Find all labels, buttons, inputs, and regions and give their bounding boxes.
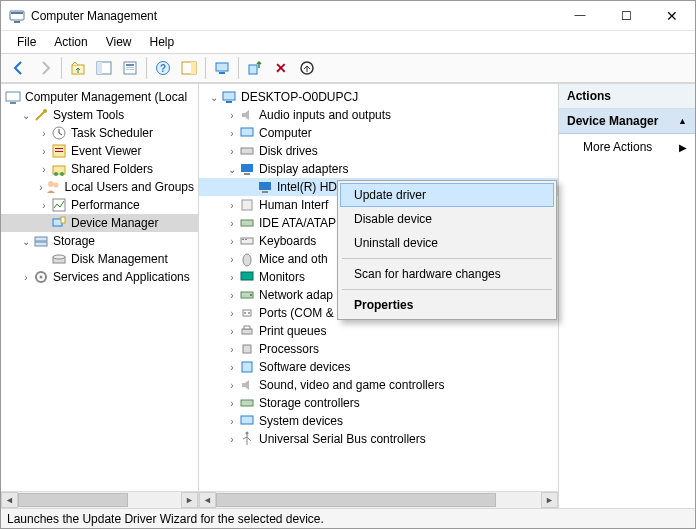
expand-icon[interactable]: › bbox=[225, 236, 239, 247]
tree-system-tools[interactable]: ⌄ System Tools bbox=[1, 106, 198, 124]
expand-icon[interactable]: › bbox=[225, 128, 239, 139]
svg-rect-53 bbox=[241, 272, 253, 280]
show-hide-console-tree-button[interactable] bbox=[92, 56, 116, 80]
left-horizontal-scrollbar[interactable]: ◄ ► bbox=[1, 491, 198, 508]
expand-icon[interactable]: › bbox=[225, 110, 239, 121]
tree-storage[interactable]: ⌄ Storage bbox=[1, 232, 198, 250]
dev-audio[interactable]: ›Audio inputs and outputs bbox=[199, 106, 558, 124]
center-horizontal-scrollbar[interactable]: ◄ ► bbox=[199, 491, 558, 508]
dev-display-adapters[interactable]: ⌄Display adapters bbox=[199, 160, 558, 178]
expand-icon[interactable]: › bbox=[19, 272, 33, 283]
dev-usb[interactable]: ›Universal Serial Bus controllers bbox=[199, 430, 558, 448]
dev-computer[interactable]: ›Computer bbox=[199, 124, 558, 142]
ctx-properties[interactable]: Properties bbox=[340, 293, 554, 317]
users-icon bbox=[45, 179, 61, 195]
expand-icon[interactable]: › bbox=[225, 344, 239, 355]
uninstall-device-button[interactable] bbox=[295, 56, 319, 80]
expand-icon[interactable]: › bbox=[37, 164, 51, 175]
dev-print-queues[interactable]: ›Print queues bbox=[199, 322, 558, 340]
expand-icon[interactable]: › bbox=[225, 146, 239, 157]
svg-rect-43 bbox=[241, 164, 253, 172]
scan-hardware-button[interactable] bbox=[210, 56, 234, 80]
up-button[interactable] bbox=[66, 56, 90, 80]
processor-icon bbox=[239, 341, 255, 357]
svg-rect-60 bbox=[244, 326, 250, 329]
sound-controller-icon bbox=[239, 377, 255, 393]
disable-device-button[interactable]: ✕ bbox=[269, 56, 293, 80]
expand-icon[interactable]: › bbox=[225, 434, 239, 445]
menu-bar: File Action View Help bbox=[1, 31, 695, 53]
ctx-uninstall-device[interactable]: Uninstall device bbox=[340, 231, 554, 255]
expand-icon[interactable]: › bbox=[225, 290, 239, 301]
tree-task-scheduler[interactable]: › Task Scheduler bbox=[1, 124, 198, 142]
dev-sound[interactable]: ›Sound, video and game controllers bbox=[199, 376, 558, 394]
expand-icon[interactable]: › bbox=[225, 200, 239, 211]
dev-processors[interactable]: ›Processors bbox=[199, 340, 558, 358]
svg-point-38 bbox=[40, 276, 43, 279]
dev-root[interactable]: ⌄DESKTOP-O0DUPCJ bbox=[199, 88, 558, 106]
ctx-update-driver[interactable]: Update driver bbox=[340, 183, 554, 207]
svg-text:?: ? bbox=[160, 63, 166, 74]
collapse-icon[interactable]: ⌄ bbox=[19, 236, 33, 247]
tree-root-computer-management[interactable]: Computer Management (Local bbox=[1, 88, 198, 106]
forward-button[interactable] bbox=[33, 56, 57, 80]
svg-rect-48 bbox=[241, 220, 253, 226]
menu-view[interactable]: View bbox=[98, 33, 140, 51]
ctx-scan-hardware[interactable]: Scan for hardware changes bbox=[340, 262, 554, 286]
back-button[interactable] bbox=[7, 56, 31, 80]
storage-controller-icon bbox=[239, 395, 255, 411]
expand-icon[interactable]: › bbox=[225, 326, 239, 337]
tree-services-applications[interactable]: › Services and Applications bbox=[1, 268, 198, 286]
minimize-button[interactable] bbox=[557, 1, 603, 31]
expand-icon[interactable]: › bbox=[37, 146, 51, 157]
expand-icon[interactable]: › bbox=[225, 380, 239, 391]
tree-disk-management[interactable]: › Disk Management bbox=[1, 250, 198, 268]
show-hide-action-pane-button[interactable] bbox=[177, 56, 201, 80]
expand-icon[interactable]: › bbox=[37, 128, 51, 139]
ports-icon bbox=[239, 305, 255, 321]
expand-icon[interactable]: › bbox=[37, 200, 51, 211]
dev-software-devices[interactable]: ›Software devices bbox=[199, 358, 558, 376]
close-button[interactable]: ✕ bbox=[649, 1, 695, 31]
scroll-right-button[interactable]: ► bbox=[181, 492, 198, 508]
scroll-left-button[interactable]: ◄ bbox=[199, 492, 216, 508]
tree-event-viewer[interactable]: › Event Viewer bbox=[1, 142, 198, 160]
maximize-button[interactable]: ☐ bbox=[603, 1, 649, 31]
hid-icon bbox=[239, 197, 255, 213]
keyboard-icon bbox=[239, 233, 255, 249]
services-icon bbox=[33, 269, 49, 285]
expand-icon[interactable]: › bbox=[225, 398, 239, 409]
update-driver-button[interactable] bbox=[243, 56, 267, 80]
collapse-icon[interactable]: ⌄ bbox=[207, 92, 221, 103]
tree-device-manager[interactable]: › Device Manager bbox=[1, 214, 198, 232]
collapse-icon[interactable]: ⌄ bbox=[225, 164, 239, 175]
menu-action[interactable]: Action bbox=[46, 33, 95, 51]
scroll-left-button[interactable]: ◄ bbox=[1, 492, 18, 508]
expand-icon[interactable]: › bbox=[225, 416, 239, 427]
svg-rect-46 bbox=[262, 191, 268, 193]
dev-disk-drives[interactable]: ›Disk drives bbox=[199, 142, 558, 160]
properties-button[interactable] bbox=[118, 56, 142, 80]
expand-icon[interactable]: › bbox=[225, 218, 239, 229]
tree-shared-folders[interactable]: › Shared Folders bbox=[1, 160, 198, 178]
menu-help[interactable]: Help bbox=[142, 33, 183, 51]
actions-more-actions[interactable]: More Actions ▶ bbox=[559, 134, 695, 160]
dev-storage-controllers[interactable]: ›Storage controllers bbox=[199, 394, 558, 412]
actions-section-device-manager[interactable]: Device Manager ▲ bbox=[559, 109, 695, 134]
computer-icon bbox=[239, 125, 255, 141]
expand-icon[interactable]: › bbox=[225, 272, 239, 283]
expand-icon[interactable]: › bbox=[37, 182, 45, 193]
tree-performance[interactable]: › Performance bbox=[1, 196, 198, 214]
svg-rect-32 bbox=[61, 217, 65, 223]
dev-system-devices[interactable]: ›System devices bbox=[199, 412, 558, 430]
help-button[interactable]: ? bbox=[151, 56, 175, 80]
mouse-icon bbox=[239, 251, 255, 267]
collapse-icon[interactable]: ⌄ bbox=[19, 110, 33, 121]
tree-local-users-groups[interactable]: › Local Users and Groups bbox=[1, 178, 198, 196]
scroll-right-button[interactable]: ► bbox=[541, 492, 558, 508]
menu-file[interactable]: File bbox=[9, 33, 44, 51]
expand-icon[interactable]: › bbox=[225, 308, 239, 319]
ctx-disable-device[interactable]: Disable device bbox=[340, 207, 554, 231]
expand-icon[interactable]: › bbox=[225, 362, 239, 373]
expand-icon[interactable]: › bbox=[225, 254, 239, 265]
